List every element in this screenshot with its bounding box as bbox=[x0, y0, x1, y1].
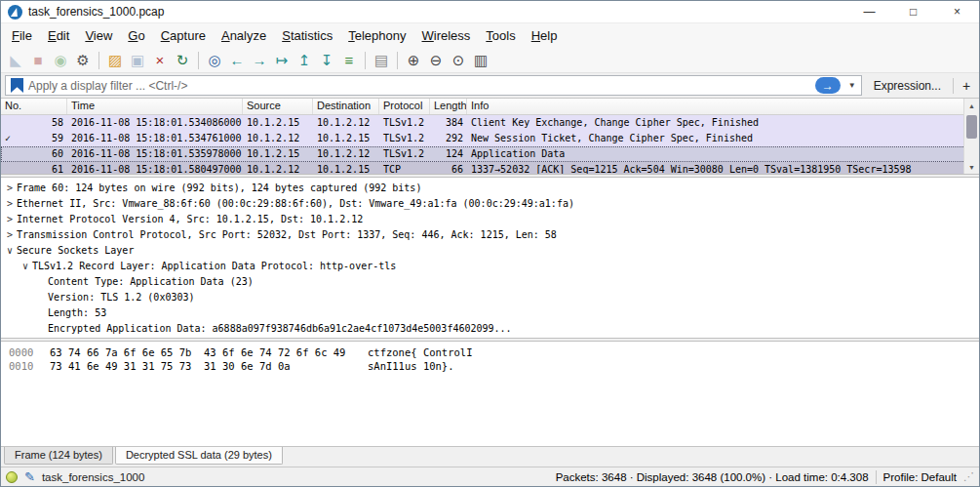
menu-view[interactable]: View bbox=[77, 24, 120, 47]
first-packet-icon[interactable]: ↥ bbox=[294, 50, 315, 71]
detail-line[interactable]: Encrypted Application Data: a6888a097f93… bbox=[1, 321, 979, 337]
cell-length: 384 bbox=[430, 115, 467, 131]
last-packet-icon[interactable]: ↧ bbox=[316, 50, 337, 71]
tab-decrypted[interactable]: Decrypted SSL data (29 bytes) bbox=[115, 447, 283, 465]
zoom-in-icon[interactable]: ⊕ bbox=[403, 50, 424, 71]
menu-telephony[interactable]: Telephony bbox=[340, 24, 413, 47]
title-bar: task_forensics_1000.pcap —□× bbox=[1, 1, 979, 23]
byte-pane-tabs: Frame (124 bytes)Decrypted SSL data (29 … bbox=[1, 446, 979, 467]
display-filter-input[interactable] bbox=[28, 79, 815, 93]
reload-file-icon[interactable]: ↻ bbox=[172, 50, 193, 71]
go-forward-icon[interactable]: → bbox=[249, 50, 270, 71]
detail-line[interactable]: ∨TLSv1.2 Record Layer: Application Data … bbox=[1, 259, 979, 274]
go-back-icon[interactable]: ← bbox=[226, 50, 248, 71]
packet-row-59[interactable]: ✓592016-11-08 15:18:01.53476100010.1.2.1… bbox=[1, 131, 979, 146]
detail-text: Content Type: Application Data (23) bbox=[48, 274, 254, 290]
colorize-icon[interactable]: ▤ bbox=[371, 50, 392, 71]
packet-row-60[interactable]: 602016-11-08 15:18:01.53597800010.1.2.15… bbox=[1, 146, 979, 162]
tab-frame[interactable]: Frame (124 bytes) bbox=[4, 447, 113, 465]
close-file-icon[interactable]: × bbox=[149, 50, 171, 71]
detail-line[interactable]: Version: TLS 1.2 (0x0303) bbox=[1, 290, 979, 305]
detail-text: Ethernet II, Src: Vmware_88:6f:60 (00:0c… bbox=[17, 196, 574, 212]
expert-info-icon[interactable] bbox=[6, 471, 18, 483]
column-header-time[interactable]: Time bbox=[67, 99, 243, 114]
column-header-no[interactable]: No. bbox=[1, 99, 67, 114]
detail-text: Secure Sockets Layer bbox=[17, 243, 134, 259]
maximize-button[interactable]: □ bbox=[891, 1, 935, 22]
menu-help[interactable]: Help bbox=[524, 24, 566, 47]
zoom-reset-icon[interactable]: ⊙ bbox=[448, 50, 469, 71]
menu-analyze[interactable]: Analyze bbox=[214, 24, 274, 47]
detail-line[interactable]: ∨Secure Sockets Layer bbox=[1, 243, 979, 259]
packet-list-scrollbar[interactable]: ▲ ▼ bbox=[963, 99, 979, 174]
cell-source: 10.1.2.12 bbox=[243, 162, 313, 174]
hex-line[interactable]: 001073 41 6e 49 31 31 75 73 31 30 6e 7d … bbox=[9, 359, 971, 373]
hex-bytes: 63 74 66 7a 6f 6e 65 7b 43 6f 6e 74 72 6… bbox=[50, 345, 354, 359]
expand-toggle-icon[interactable]: > bbox=[3, 196, 17, 212]
find-packet-icon[interactable]: ◎ bbox=[204, 50, 225, 71]
auto-scroll-icon[interactable]: ≡ bbox=[338, 50, 360, 71]
menu-go[interactable]: Go bbox=[120, 24, 152, 47]
go-to-packet-icon[interactable]: ↦ bbox=[271, 50, 293, 71]
cell-destination: 10.1.2.15 bbox=[313, 162, 379, 174]
expander-spacer bbox=[34, 290, 48, 305]
detail-line[interactable]: >Internet Protocol Version 4, Src: 10.1.… bbox=[1, 212, 979, 227]
hex-line[interactable]: 000063 74 66 7a 6f 6e 65 7b 43 6f 6e 74 … bbox=[9, 345, 971, 359]
capture-comment-icon[interactable]: ✎ bbox=[24, 469, 35, 484]
packet-row-58[interactable]: 582016-11-08 15:18:01.53408600010.1.2.15… bbox=[1, 115, 979, 131]
expand-toggle-icon[interactable]: > bbox=[3, 181, 17, 196]
cell-no: 61 bbox=[1, 162, 67, 174]
detail-line[interactable]: Length: 53 bbox=[1, 305, 979, 321]
filter-bookmark-icon[interactable] bbox=[11, 78, 23, 93]
column-header-protocol[interactable]: Protocol bbox=[379, 99, 430, 114]
display-filter-box[interactable]: → ▼ bbox=[5, 75, 862, 96]
cell-source: 10.1.2.12 bbox=[243, 131, 313, 146]
menu-wireless[interactable]: Wireless bbox=[414, 24, 479, 47]
packet-details-pane: >Frame 60: 124 bytes on wire (992 bits),… bbox=[1, 178, 979, 338]
column-header-length[interactable]: Length bbox=[430, 99, 467, 114]
open-file-icon[interactable]: ▨ bbox=[104, 50, 126, 71]
window-title: task_forensics_1000.pcap bbox=[28, 5, 164, 19]
column-header-source[interactable]: Source bbox=[243, 99, 313, 114]
scroll-down-icon[interactable]: ▼ bbox=[964, 160, 979, 174]
save-file-icon: ▣ bbox=[127, 50, 148, 71]
menu-edit[interactable]: Edit bbox=[40, 24, 77, 47]
expander-spacer bbox=[34, 321, 48, 337]
add-filter-button[interactable]: + bbox=[958, 78, 975, 94]
scrollbar-thumb[interactable] bbox=[966, 115, 977, 139]
cell-length: 66 bbox=[430, 162, 467, 174]
scrollbar-track[interactable] bbox=[964, 112, 979, 160]
expand-toggle-icon[interactable]: > bbox=[3, 212, 17, 227]
collapse-toggle-icon[interactable]: ∨ bbox=[19, 259, 32, 274]
cell-time: 2016-11-08 15:18:01.535978000 bbox=[67, 146, 243, 162]
detail-line[interactable]: >Transmission Control Protocol, Src Port… bbox=[1, 227, 979, 243]
column-header-info[interactable]: Info bbox=[467, 99, 979, 114]
minimize-button[interactable]: — bbox=[847, 1, 891, 22]
expand-toggle-icon[interactable]: > bbox=[3, 227, 17, 243]
capture-options-icon[interactable]: ⚙ bbox=[72, 50, 94, 71]
collapse-toggle-icon[interactable]: ∨ bbox=[3, 243, 17, 259]
close-button[interactable]: × bbox=[935, 1, 979, 22]
detail-line[interactable]: Content Type: Application Data (23) bbox=[1, 274, 979, 290]
filter-separator bbox=[953, 78, 954, 94]
apply-filter-button[interactable]: → bbox=[815, 77, 841, 94]
status-profile[interactable]: Profile: Default bbox=[883, 471, 957, 483]
menu-tools[interactable]: Tools bbox=[478, 24, 523, 47]
detail-text: Internet Protocol Version 4, Src: 10.1.2… bbox=[17, 212, 363, 227]
expression-button[interactable]: Expression... bbox=[866, 77, 949, 95]
detail-line[interactable]: >Frame 60: 124 bytes on wire (992 bits),… bbox=[1, 181, 979, 196]
menu-capture[interactable]: Capture bbox=[153, 24, 214, 47]
menu-file[interactable]: File bbox=[4, 24, 40, 47]
menu-statistics[interactable]: Statistics bbox=[274, 24, 340, 47]
filter-dropdown-icon[interactable]: ▼ bbox=[843, 81, 861, 90]
resize-grip-icon[interactable]: ⋰ bbox=[963, 470, 974, 483]
resize-columns-icon[interactable]: ▥ bbox=[470, 50, 491, 71]
packet-row-61[interactable]: 612016-11-08 15:18:01.58049700010.1.2.12… bbox=[1, 162, 979, 174]
cell-no: 60 bbox=[1, 146, 67, 162]
status-packet-stats: Packets: 3648 · Displayed: 3648 (100.0%)… bbox=[556, 471, 869, 483]
toolbar-separator bbox=[397, 52, 398, 69]
column-header-destination[interactable]: Destination bbox=[313, 99, 379, 114]
detail-line[interactable]: >Ethernet II, Src: Vmware_88:6f:60 (00:0… bbox=[1, 196, 979, 212]
zoom-out-icon[interactable]: ⊖ bbox=[425, 50, 447, 71]
scroll-up-icon[interactable]: ▲ bbox=[964, 99, 979, 112]
